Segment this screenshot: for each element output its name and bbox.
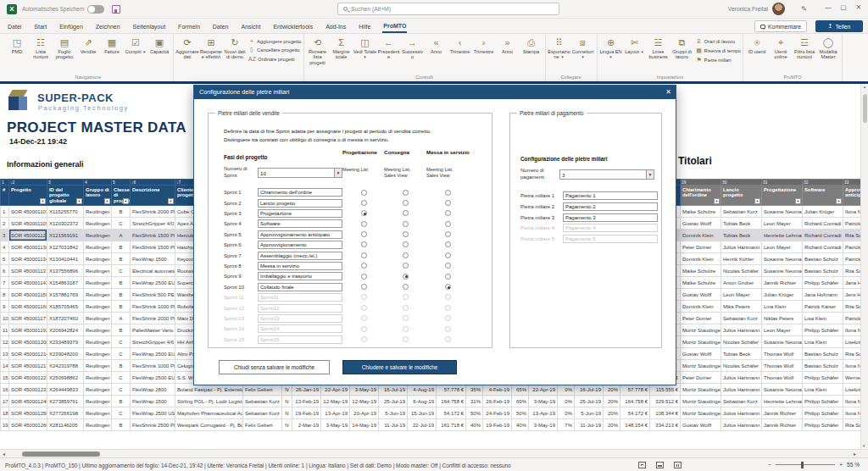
cell[interactable]: Reutlingen	[84, 230, 112, 241]
cell[interactable]: Reutlingen	[84, 301, 112, 313]
sprint-radio-col1[interactable]	[361, 326, 367, 332]
cell[interactable]: Jannik Richter	[762, 419, 803, 431]
cell[interactable]: Sebastian Kurz	[721, 206, 762, 218]
cell[interactable]: Moritz Staudinger	[681, 360, 721, 372]
cell[interactable]: X233489379	[47, 336, 84, 348]
cell[interactable]: X281146205	[47, 419, 84, 431]
restore-button[interactable]: ▢	[837, 3, 849, 11]
cell[interactable]: Philipp Schäfer	[803, 407, 843, 419]
table-row[interactable]: 19SOR 450001260X281146205ReutlingenBFlex…	[1, 419, 868, 431]
cell[interactable]: Sebastian Kurz	[721, 396, 762, 407]
cell[interactable]: Leon Mayer	[762, 218, 803, 230]
minimize-button[interactable]: —	[822, 3, 834, 11]
sprint-name-input[interactable]: Approvvigionamento	[258, 241, 342, 249]
zoom-in-icon[interactable]: +	[839, 462, 843, 468]
cell[interactable]: Sebastian Kurz	[721, 313, 762, 324]
cell[interactable]: 16	[1, 384, 9, 396]
cell[interactable]: N	[282, 419, 292, 431]
tab-seitenlayout[interactable]: Seitenlayout	[132, 21, 167, 32]
table-row[interactable]: 17SOR 450001246X273859791ReutlingenBFlex…	[1, 396, 868, 407]
cell[interactable]: StretchGripper 4/0	[131, 218, 175, 230]
tab-datei[interactable]: Datei	[7, 21, 22, 32]
cell[interactable]: Moritz Staudinger	[681, 324, 721, 336]
cell[interactable]: 7%	[558, 419, 575, 431]
cell[interactable]: Reutlingen	[84, 277, 112, 289]
cell[interactable]: FlexShrink 1500 PET	[131, 230, 175, 241]
cell[interactable]: C	[112, 265, 131, 277]
cell[interactable]: 3-May-19	[321, 419, 350, 431]
cell[interactable]: 69%	[512, 396, 529, 407]
zoom-knob[interactable]	[801, 462, 804, 468]
cell[interactable]: 4	[1, 241, 9, 253]
sprint-count-dropdown[interactable]: 10▼	[258, 168, 342, 178]
cell[interactable]: Reutlingen	[84, 407, 112, 419]
cell[interactable]: 15	[1, 372, 9, 384]
cell[interactable]: Reutlingen	[84, 313, 112, 324]
cell[interactable]: 14	[1, 360, 9, 372]
tasks-button[interactable]: ☑Compiti ▼	[124, 35, 147, 54]
sprint-radio-col2[interactable]	[403, 274, 409, 280]
cell[interactable]: 2	[1, 218, 9, 230]
cell[interactable]: FlexWrap 1500	[131, 396, 175, 407]
filter-dropdown-icon[interactable]: ▾	[836, 198, 842, 204]
cell[interactable]: 2-Mar-19	[292, 419, 321, 431]
zoom-slider[interactable]	[776, 464, 835, 465]
cell[interactable]: Reutlingen	[84, 372, 112, 384]
sprint-radio-col3[interactable]	[445, 274, 451, 280]
user-ids-button[interactable]: ⍟ID utenti	[745, 35, 769, 54]
cell[interactable]: FlexShrink 2500 PET	[131, 419, 175, 431]
cell[interactable]: Jana Hofmann	[803, 289, 843, 301]
cell[interactable]: SOR 450001208	[9, 336, 47, 348]
cell[interactable]: SOR 450001137	[9, 265, 47, 277]
year-forward-button[interactable]: »Anno	[496, 35, 520, 54]
project-sheet-button[interactable]: ▤Foglio progetto	[53, 35, 76, 60]
cell[interactable]: Dominik Klein	[681, 230, 721, 241]
cell[interactable]: 3	[1, 230, 9, 241]
cell[interactable]: 10	[1, 313, 9, 324]
cell[interactable]: Moritz Staudinger	[681, 336, 721, 348]
cell[interactable]: Mayhofen Pharmaceutical Austria	[175, 407, 243, 419]
cell[interactable]: Bastian Scholz	[803, 253, 843, 265]
cell[interactable]: 12	[1, 336, 9, 348]
quarter-back-button[interactable]: ‹Trimestre	[448, 35, 472, 54]
cell[interactable]: 14-May-19	[350, 419, 379, 431]
cell[interactable]: Leon Mayer	[762, 241, 803, 253]
cell[interactable]: 164.758 €	[620, 396, 650, 407]
cell[interactable]: 7	[1, 277, 9, 289]
sprint-radio-col2[interactable]	[403, 263, 409, 269]
tab-formeln[interactable]: Formeln	[177, 21, 201, 32]
sprint-radio-col2[interactable]	[403, 284, 409, 290]
sprint-radio-col1[interactable]	[361, 221, 367, 227]
cell[interactable]: 1	[1, 206, 9, 218]
invoices-button[interactable]: ▦Fatture	[100, 35, 124, 54]
sprint-radio-col3[interactable]	[445, 284, 451, 290]
page-break-view-icon[interactable]	[674, 462, 682, 468]
cell[interactable]: 26-Feb-19	[483, 396, 512, 407]
cell[interactable]: 54.172 €	[437, 407, 466, 419]
cell[interactable]: Peter Dorner	[681, 241, 721, 253]
cell[interactable]: 9	[1, 301, 9, 313]
cell[interactable]: Patrick Kaiser	[803, 301, 843, 313]
cell[interactable]: 19	[1, 419, 9, 431]
cell[interactable]: SOR 450001260	[9, 419, 47, 431]
cell[interactable]: Henriette Lehmann	[762, 396, 803, 407]
cell[interactable]: 161.718 €	[437, 419, 466, 431]
cell[interactable]: X157881769	[47, 289, 84, 301]
cell[interactable]: Moritz Staudinger	[681, 407, 721, 419]
cell[interactable]: Reutlingen	[84, 265, 112, 277]
milestone-name-input[interactable]: Pagamento 2	[563, 202, 658, 211]
filter-dropdown-icon[interactable]: ▾	[168, 198, 174, 204]
cell[interactable]: Maike Schulze	[681, 277, 721, 289]
tab-promto[interactable]: ProMTO	[382, 20, 407, 33]
cell[interactable]: Bastian Scholz	[803, 348, 843, 360]
sprint-radio-col2[interactable]	[403, 231, 409, 237]
sprint-name-input[interactable]: Sprint14	[258, 324, 342, 333]
cell[interactable]: 20%	[604, 419, 620, 431]
cell[interactable]: 50%	[512, 407, 529, 419]
milestone-name-input[interactable]: Pagamento 5	[563, 235, 658, 243]
cell[interactable]: Moritz Staudinger	[681, 384, 721, 396]
cell[interactable]: 5	[1, 253, 9, 265]
cell[interactable]: B	[112, 324, 131, 336]
sprint-radio-col3[interactable]	[445, 190, 451, 196]
sprint-radio-col3[interactable]	[445, 305, 451, 311]
